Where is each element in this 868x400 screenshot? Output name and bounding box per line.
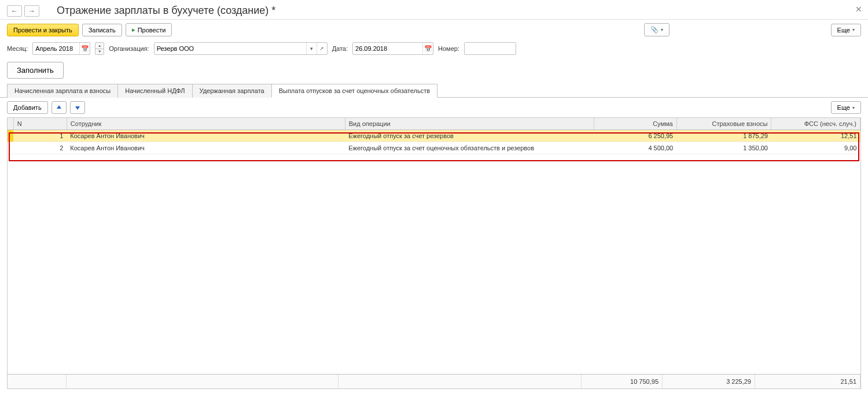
table-row[interactable]: 1Косарев Антон ИвановичЕжегодный отпуск … — [8, 130, 860, 142]
month-label: Месяц: — [7, 45, 28, 52]
col-insurance[interactable]: Страховые взносы — [676, 118, 771, 130]
cell-insurance: 1 350,00 — [676, 142, 771, 154]
org-label: Организация: — [109, 45, 149, 52]
chevron-down-icon: ▾ — [852, 105, 855, 110]
nav-back-button[interactable]: ← — [7, 5, 22, 17]
calendar-icon[interactable]: 📅 — [79, 43, 90, 54]
col-sum[interactable]: Сумма — [594, 118, 676, 130]
date-field[interactable]: 📅 — [352, 42, 433, 55]
cell-operation: Ежегодный отпуск за счет оценочных обяза… — [345, 142, 594, 154]
cell-insurance: 1 875,29 — [676, 130, 771, 142]
more-button-top[interactable]: Еще ▾ — [831, 24, 861, 36]
arrow-left-icon: ← — [11, 7, 18, 15]
attach-button[interactable]: 📎 ▾ — [644, 23, 670, 36]
more-label: Еще — [837, 27, 850, 34]
total-fss: 21,51 — [755, 375, 860, 388]
chevron-down-icon[interactable]: ▾ — [306, 43, 317, 54]
cell-sum: 6 250,95 — [594, 130, 676, 142]
post-button-label: Провести — [138, 27, 166, 34]
fill-button[interactable]: Заполнить — [7, 62, 64, 79]
total-sum: 10 750,95 — [582, 375, 663, 388]
month-stepper[interactable]: ▲ ▼ — [95, 42, 104, 55]
cell-fss: 9,00 — [771, 142, 860, 154]
write-button[interactable]: Записать — [82, 24, 122, 36]
col-n[interactable]: N — [13, 118, 67, 130]
data-table: N Сотрудник Вид операции Сумма Страховые… — [7, 117, 861, 389]
tabs: Начисленная зарплата и взносы Начисленны… — [0, 83, 868, 98]
save-and-close-button[interactable]: Провести и закрыть — [7, 24, 79, 36]
stepper-up-icon[interactable]: ▲ — [95, 43, 104, 49]
org-field[interactable]: ▾ ↗ — [154, 42, 328, 55]
month-field[interactable]: 📅 — [32, 42, 90, 55]
cell-sum: 4 500,00 — [594, 142, 676, 154]
nav-forward-button[interactable]: → — [24, 5, 39, 17]
paperclip-icon: 📎 — [650, 26, 659, 34]
form-row: Месяц: 📅 ▲ ▼ Организация: ▾ ↗ Дата: 📅 Но… — [0, 40, 868, 60]
cell-operation: Ежегодный отпуск за счет резервов — [345, 130, 594, 142]
post-icon: ▸ — [132, 26, 135, 34]
tab-vacation-pay[interactable]: Выплата отпусков за счет оценочных обяза… — [271, 84, 437, 98]
page-title: Отражение зарплаты в бухучете (создание)… — [57, 5, 275, 17]
col-employee[interactable]: Сотрудник — [67, 118, 345, 130]
stepper-down-icon[interactable]: ▼ — [95, 49, 104, 55]
chevron-down-icon: ▾ — [852, 27, 855, 32]
cell-employee: Косарев Антон Иванович — [67, 142, 345, 154]
post-button[interactable]: ▸ Провести — [126, 23, 172, 36]
more-button-table[interactable]: Еще ▾ — [831, 101, 861, 114]
cell-employee: Косарев Антон Иванович — [67, 130, 345, 142]
table-toolbar: Добавить Еще ▾ — [0, 98, 868, 117]
titlebar: ← → Отражение зарплаты в бухучете (созда… — [0, 0, 868, 20]
arrow-up-icon — [56, 104, 62, 111]
cell-fss: 12,51 — [771, 130, 860, 142]
total-insurance: 3 225,29 — [663, 375, 755, 388]
number-input[interactable] — [465, 43, 516, 54]
table-footer: 10 750,95 3 225,29 21,51 — [8, 374, 860, 388]
move-up-button[interactable] — [52, 101, 67, 114]
tab-salary-contrib[interactable]: Начисленная зарплата и взносы — [7, 84, 118, 98]
add-row-button[interactable]: Добавить — [7, 101, 48, 114]
date-input[interactable] — [353, 43, 422, 54]
org-input[interactable] — [155, 43, 306, 54]
tab-ndfl[interactable]: Начисленный НДФЛ — [117, 84, 192, 98]
table-header-row: N Сотрудник Вид операции Сумма Страховые… — [8, 118, 860, 130]
close-icon[interactable]: ✕ — [855, 5, 862, 14]
arrow-down-icon — [74, 104, 81, 111]
col-fss[interactable]: ФСС (несч. случ.) — [771, 118, 860, 130]
table-row[interactable]: 2Косарев Антон ИвановичЕжегодный отпуск … — [8, 142, 860, 154]
main-toolbar: Провести и закрыть Записать ▸ Провести 📎… — [0, 20, 868, 40]
cell-n: 2 — [13, 142, 67, 154]
cell-n: 1 — [13, 130, 67, 142]
more-label: Еще — [837, 104, 850, 111]
chevron-down-icon: ▾ — [661, 27, 663, 32]
month-input[interactable] — [33, 43, 79, 54]
arrow-right-icon: → — [28, 7, 35, 15]
open-ref-icon[interactable]: ↗ — [317, 43, 327, 54]
col-operation[interactable]: Вид операции — [345, 118, 594, 130]
calendar-icon[interactable]: 📅 — [422, 43, 433, 54]
tab-withheld[interactable]: Удержанная зарплата — [192, 84, 272, 98]
move-down-button[interactable] — [70, 101, 85, 114]
number-field[interactable] — [464, 42, 516, 55]
date-label: Дата: — [332, 45, 348, 52]
number-label: Номер: — [438, 45, 459, 52]
